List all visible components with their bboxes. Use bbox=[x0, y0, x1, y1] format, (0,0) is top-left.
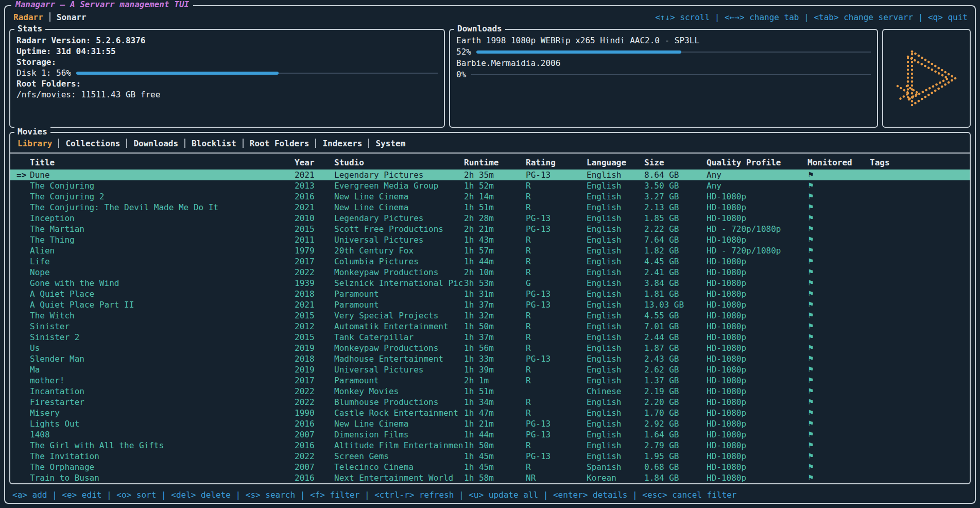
movie-row[interactable]: Inception 2010 Legendary Pictures 2h 28m… bbox=[10, 213, 970, 224]
storage-label: Storage: bbox=[16, 57, 438, 67]
movie-row[interactable]: Sinister 2012 Automatik Entertainment 1h… bbox=[10, 321, 970, 332]
movie-language-cell: English bbox=[587, 170, 644, 180]
movie-row[interactable]: => Dune 2021 Legendary Pictures 2h 35m P… bbox=[10, 170, 970, 180]
tab-library[interactable]: Library bbox=[16, 139, 58, 148]
movie-size-cell: 1.87 GB bbox=[644, 343, 707, 353]
movie-studio-cell: Selznick International Pic bbox=[334, 278, 464, 289]
movie-tags-cell bbox=[870, 213, 970, 224]
movie-title-cell: Dune bbox=[30, 170, 295, 180]
movie-tags-cell bbox=[870, 418, 970, 429]
selected-row-marker bbox=[16, 310, 30, 321]
movie-row[interactable]: Firestarter 2022 Blumhouse Productions 1… bbox=[10, 397, 970, 408]
tab-blocklist[interactable]: Blocklist bbox=[185, 139, 243, 148]
movie-row[interactable]: A Quiet Place Part II 2021 Paramount 1h … bbox=[10, 299, 970, 310]
column-header-rating: Rating bbox=[526, 158, 587, 167]
movie-row[interactable]: Us 2019 Monkeypaw Productions 1h 56m R E… bbox=[10, 343, 970, 353]
movie-title-cell: The Conjuring: The Devil Made Me Do It bbox=[30, 202, 295, 213]
managarr-play-logo-icon bbox=[892, 48, 960, 109]
movie-year-cell: 2016 bbox=[295, 440, 334, 451]
movie-row[interactable]: The Martian 2015 Scott Free Productions … bbox=[10, 224, 970, 234]
download-progress-line: 52% bbox=[456, 46, 871, 58]
movie-language-cell: English bbox=[587, 245, 644, 256]
movie-row[interactable]: Slender Man 2018 Madhouse Entertainment … bbox=[10, 353, 970, 364]
movie-size-cell: 1.82 GB bbox=[644, 245, 707, 256]
movie-row[interactable]: Ma 2019 Universal Pictures 1h 39m R Engl… bbox=[10, 364, 970, 375]
selected-row-marker bbox=[16, 256, 30, 267]
movie-row[interactable]: The Invitation 2022 Screen Gems 1h 45m P… bbox=[10, 451, 970, 462]
selected-row-marker bbox=[16, 451, 30, 462]
movie-row[interactable]: Sinister 2 2015 Tank Caterpillar 1h 37m … bbox=[10, 332, 970, 343]
selected-row-marker bbox=[16, 343, 30, 353]
movies-tab-bar: Library Collections Downloads Blocklist … bbox=[10, 133, 970, 154]
movie-title-cell: 1408 bbox=[30, 429, 295, 440]
monitored-icon: ⚑ bbox=[807, 472, 870, 483]
movie-row[interactable]: The Conjuring 2013 Evergreen Media Group… bbox=[10, 180, 970, 191]
root-folder-line: /nfs/movies: 11511.43 GB free bbox=[16, 89, 438, 100]
movie-title-cell: A Quiet Place bbox=[30, 289, 295, 299]
tab-sonarr[interactable]: Sonarr bbox=[50, 12, 93, 22]
tab-radarr[interactable]: Radarr bbox=[12, 12, 49, 22]
movie-row[interactable]: The Girl with All the Gifts 2016 Altitud… bbox=[10, 440, 970, 451]
movie-year-cell: 1979 bbox=[295, 245, 334, 256]
movie-language-cell: English bbox=[587, 332, 644, 343]
movie-tags-cell bbox=[870, 191, 970, 202]
movie-row[interactable]: The Conjuring 2 2016 New Line Cinema 2h … bbox=[10, 191, 970, 202]
movie-runtime-cell: 1h 56m bbox=[464, 343, 526, 353]
tab-downloads[interactable]: Downloads bbox=[127, 139, 184, 148]
tab-collections[interactable]: Collections bbox=[59, 139, 126, 148]
movie-row[interactable]: Lights Out 2016 New Line Cinema 1h 21m P… bbox=[10, 418, 970, 429]
movies-table-body: => Dune 2021 Legendary Pictures 2h 35m P… bbox=[10, 169, 970, 483]
movie-rating-cell: PG-13 bbox=[526, 451, 587, 462]
movie-rating-cell: PG-13 bbox=[526, 299, 587, 310]
movie-title-cell: Sinister bbox=[30, 321, 295, 332]
movie-row[interactable]: The Witch 2015 Very Special Projects 1h … bbox=[10, 310, 970, 321]
movie-tags-cell bbox=[870, 472, 970, 483]
movie-size-cell: 4.55 GB bbox=[644, 310, 707, 321]
progressbar-fill bbox=[76, 72, 279, 75]
movie-studio-cell: Monkeypaw Productions bbox=[334, 267, 464, 278]
movies-panel-title: Movies bbox=[14, 127, 50, 137]
movie-title-cell: Sinister 2 bbox=[30, 332, 295, 343]
monitored-icon: ⚑ bbox=[807, 462, 870, 472]
movie-runtime-cell: 1h 50m bbox=[464, 321, 526, 332]
movie-row[interactable]: A Quiet Place 2018 Paramount 1h 31m PG-1… bbox=[10, 289, 970, 299]
movie-language-cell: English bbox=[587, 451, 644, 462]
movie-tags-cell bbox=[870, 375, 970, 386]
movie-size-cell: 0.68 GB bbox=[644, 462, 707, 472]
movie-year-cell: 2012 bbox=[295, 321, 334, 332]
movie-tags-cell bbox=[870, 440, 970, 451]
movie-row[interactable]: mother! 2017 Paramount 2h 1m R English 1… bbox=[10, 375, 970, 386]
movie-size-cell: 1.95 GB bbox=[644, 451, 707, 462]
tab-indexers[interactable]: Indexers bbox=[316, 139, 368, 148]
movie-year-cell: 2022 bbox=[295, 267, 334, 278]
tab-root-folders[interactable]: Root Folders bbox=[244, 139, 316, 148]
movie-runtime-cell: 1h 57m bbox=[464, 245, 526, 256]
movie-title-cell: Us bbox=[30, 343, 295, 353]
movie-runtime-cell: 1h 47m bbox=[464, 408, 526, 418]
monitored-icon: ⚑ bbox=[807, 451, 870, 462]
movie-row[interactable]: Nope 2022 Monkeypaw Productions 2h 10m R… bbox=[10, 267, 970, 278]
movie-tags-cell bbox=[870, 321, 970, 332]
movie-row[interactable]: Misery 1990 Castle Rock Entertainment 1h… bbox=[10, 408, 970, 418]
top-keybinds: <↑↓> scroll | <←→> change tab | <tab> ch… bbox=[655, 12, 968, 22]
movie-size-cell: 1.81 GB bbox=[644, 289, 707, 299]
selected-row-marker bbox=[16, 386, 30, 397]
movie-runtime-cell: 1h 58m bbox=[464, 472, 526, 483]
movie-quality-cell: HD-1080p bbox=[707, 440, 807, 451]
movie-row[interactable]: Incantation 2022 Monkey Movies 1h 51m Ch… bbox=[10, 386, 970, 397]
movie-year-cell: 2015 bbox=[295, 332, 334, 343]
movie-row[interactable]: Train to Busan 2016 Next Entertainment W… bbox=[10, 472, 970, 483]
movie-row[interactable]: The Conjuring: The Devil Made Me Do It 2… bbox=[10, 202, 970, 213]
movie-tags-cell bbox=[870, 310, 970, 321]
movie-runtime-cell: 1h 32m bbox=[464, 310, 526, 321]
logo-panel bbox=[882, 29, 971, 128]
movie-row[interactable]: Alien 1979 20th Century Fox 1h 57m R Eng… bbox=[10, 245, 970, 256]
movie-row[interactable]: 1408 2007 Dimension Films 1h 44m PG-13 E… bbox=[10, 429, 970, 440]
selected-row-marker bbox=[16, 353, 30, 364]
movie-row[interactable]: Life 2017 Columbia Pictures 1h 44m R Eng… bbox=[10, 256, 970, 267]
movie-row[interactable]: Gone with the Wind 1939 Selznick Interna… bbox=[10, 278, 970, 289]
selected-row-marker bbox=[16, 299, 30, 310]
movie-row[interactable]: The Orphanage 2007 Telecinco Cinema 1h 4… bbox=[10, 462, 970, 472]
tab-system[interactable]: System bbox=[369, 139, 411, 148]
movie-row[interactable]: The Thing 2011 Universal Pictures 1h 43m… bbox=[10, 234, 970, 245]
